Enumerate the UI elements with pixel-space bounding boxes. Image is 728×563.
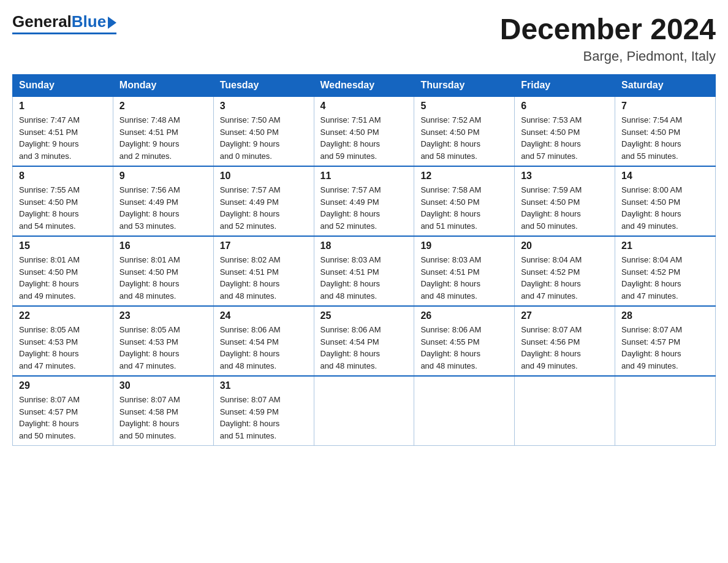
day-number: 23	[119, 310, 207, 321]
day-cell-29: 29 Sunrise: 8:07 AM Sunset: 4:57 PM Dayl…	[13, 376, 113, 446]
daylight-text: Daylight: 8 hours	[621, 279, 681, 288]
daylight2-text: and 54 minutes.	[19, 221, 76, 231]
day-number: 1	[19, 101, 107, 112]
sunset-text: Sunset: 4:51 PM	[119, 128, 178, 137]
day-number: 27	[521, 310, 609, 321]
day-number: 31	[220, 380, 308, 391]
sunrise-text: Sunrise: 7:57 AM	[220, 185, 281, 194]
weekday-header-thursday: Thursday	[414, 75, 515, 97]
day-info: Sunrise: 7:59 AM Sunset: 4:50 PM Dayligh…	[521, 184, 609, 232]
daylight-text: Daylight: 8 hours	[119, 419, 180, 428]
daylight-text: Daylight: 8 hours	[621, 139, 681, 148]
sunset-text: Sunset: 4:53 PM	[19, 337, 78, 347]
sunrise-text: Sunrise: 8:06 AM	[320, 325, 381, 334]
daylight-text: Daylight: 9 hours	[220, 139, 280, 148]
day-cell-28: 28 Sunrise: 8:07 AM Sunset: 4:57 PM Dayl…	[615, 306, 716, 376]
empty-cell	[515, 376, 615, 446]
day-cell-6: 6 Sunrise: 7:53 AM Sunset: 4:50 PM Dayli…	[515, 96, 615, 166]
week-row-5: 29 Sunrise: 8:07 AM Sunset: 4:57 PM Dayl…	[13, 376, 716, 446]
daylight-text: Daylight: 8 hours	[320, 209, 381, 218]
sunrise-text: Sunrise: 7:51 AM	[320, 115, 381, 124]
calendar-table: SundayMondayTuesdayWednesdayThursdayFrid…	[12, 74, 716, 446]
sunset-text: Sunset: 4:52 PM	[621, 267, 680, 277]
day-info: Sunrise: 8:07 AM Sunset: 4:57 PM Dayligh…	[19, 394, 107, 442]
sunrise-text: Sunrise: 8:07 AM	[621, 325, 682, 334]
sunset-text: Sunset: 4:55 PM	[420, 337, 479, 347]
daylight-text: Daylight: 8 hours	[119, 279, 180, 288]
sunset-text: Sunset: 4:50 PM	[220, 128, 279, 137]
sunrise-text: Sunrise: 8:02 AM	[220, 255, 281, 264]
day-number: 16	[119, 240, 207, 251]
day-number: 20	[521, 240, 609, 251]
sunrise-text: Sunrise: 8:07 AM	[521, 325, 582, 334]
daylight-text: Daylight: 8 hours	[521, 209, 581, 218]
daylight2-text: and 47 minutes.	[521, 291, 578, 301]
day-number: 7	[621, 101, 709, 112]
sunset-text: Sunset: 4:53 PM	[119, 337, 178, 347]
sunset-text: Sunset: 4:59 PM	[220, 407, 279, 416]
sunset-text: Sunset: 4:49 PM	[320, 197, 379, 207]
header-area: General Blue December 2024 Barge, Piedmo…	[12, 12, 716, 64]
day-cell-20: 20 Sunrise: 8:04 AM Sunset: 4:52 PM Dayl…	[515, 236, 615, 306]
sunrise-text: Sunrise: 7:58 AM	[420, 185, 481, 194]
logo-general-text: General	[12, 12, 72, 31]
daylight-text: Daylight: 8 hours	[420, 139, 480, 148]
weekday-header-monday: Monday	[113, 75, 213, 97]
sunrise-text: Sunrise: 7:59 AM	[521, 185, 582, 194]
day-info: Sunrise: 7:58 AM Sunset: 4:50 PM Dayligh…	[420, 184, 508, 232]
location-title: Barge, Piedmont, Italy	[500, 48, 716, 64]
day-number: 26	[420, 310, 508, 321]
daylight2-text: and 51 minutes.	[420, 221, 477, 231]
daylight2-text: and 51 minutes.	[220, 431, 277, 440]
empty-cell	[414, 376, 515, 446]
sunrise-text: Sunrise: 8:05 AM	[119, 325, 180, 334]
daylight-text: Daylight: 8 hours	[19, 349, 79, 358]
day-cell-15: 15 Sunrise: 8:01 AM Sunset: 4:50 PM Dayl…	[13, 236, 113, 306]
sunset-text: Sunset: 4:49 PM	[220, 197, 279, 207]
day-info: Sunrise: 7:52 AM Sunset: 4:50 PM Dayligh…	[420, 114, 508, 162]
day-number: 13	[521, 170, 609, 182]
day-cell-16: 16 Sunrise: 8:01 AM Sunset: 4:50 PM Dayl…	[113, 236, 213, 306]
sunrise-text: Sunrise: 7:52 AM	[420, 115, 481, 124]
daylight2-text: and 0 minutes.	[220, 151, 272, 161]
daylight-text: Daylight: 8 hours	[119, 349, 180, 358]
day-cell-18: 18 Sunrise: 8:03 AM Sunset: 4:51 PM Dayl…	[314, 236, 414, 306]
daylight2-text: and 47 minutes.	[119, 361, 176, 370]
day-number: 24	[220, 310, 308, 321]
day-info: Sunrise: 7:53 AM Sunset: 4:50 PM Dayligh…	[521, 114, 609, 162]
empty-cell	[314, 376, 414, 446]
sunset-text: Sunset: 4:56 PM	[521, 337, 580, 347]
day-info: Sunrise: 8:05 AM Sunset: 4:53 PM Dayligh…	[119, 324, 207, 372]
day-number: 2	[119, 101, 207, 112]
day-info: Sunrise: 8:07 AM Sunset: 4:57 PM Dayligh…	[621, 324, 709, 372]
daylight2-text: and 47 minutes.	[19, 361, 76, 370]
daylight-text: Daylight: 8 hours	[420, 349, 480, 358]
day-info: Sunrise: 8:02 AM Sunset: 4:51 PM Dayligh…	[220, 254, 308, 302]
day-cell-1: 1 Sunrise: 7:47 AM Sunset: 4:51 PM Dayli…	[13, 96, 113, 166]
sunrise-text: Sunrise: 8:04 AM	[621, 255, 682, 264]
empty-cell	[615, 376, 716, 446]
day-info: Sunrise: 8:07 AM Sunset: 4:58 PM Dayligh…	[119, 394, 207, 442]
sunset-text: Sunset: 4:58 PM	[119, 407, 178, 416]
week-row-4: 22 Sunrise: 8:05 AM Sunset: 4:53 PM Dayl…	[13, 306, 716, 376]
weekday-header-wednesday: Wednesday	[314, 75, 414, 97]
day-cell-7: 7 Sunrise: 7:54 AM Sunset: 4:50 PM Dayli…	[615, 96, 716, 166]
daylight2-text: and 49 minutes.	[621, 361, 678, 370]
day-info: Sunrise: 8:00 AM Sunset: 4:50 PM Dayligh…	[621, 184, 709, 232]
daylight2-text: and 2 minutes.	[119, 151, 172, 161]
sunrise-text: Sunrise: 7:47 AM	[19, 115, 80, 124]
day-number: 15	[19, 240, 107, 251]
daylight-text: Daylight: 8 hours	[621, 209, 681, 218]
daylight-text: Daylight: 8 hours	[19, 419, 79, 428]
daylight2-text: and 53 minutes.	[119, 221, 176, 231]
daylight-text: Daylight: 8 hours	[521, 279, 581, 288]
day-cell-5: 5 Sunrise: 7:52 AM Sunset: 4:50 PM Dayli…	[414, 96, 515, 166]
daylight-text: Daylight: 8 hours	[19, 209, 79, 218]
sunrise-text: Sunrise: 8:03 AM	[320, 255, 381, 264]
day-cell-10: 10 Sunrise: 7:57 AM Sunset: 4:49 PM Dayl…	[213, 166, 314, 236]
day-number: 29	[19, 380, 107, 391]
weekday-header-friday: Friday	[515, 75, 615, 97]
day-number: 22	[19, 310, 107, 321]
daylight-text: Daylight: 8 hours	[521, 139, 581, 148]
daylight-text: Daylight: 8 hours	[220, 209, 280, 218]
